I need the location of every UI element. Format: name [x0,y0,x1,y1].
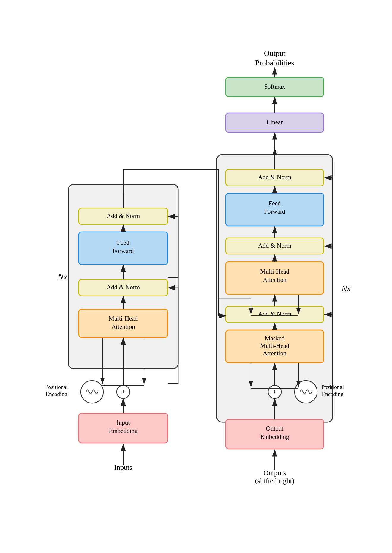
decoder-cross-mha-label2: Attention [263,276,287,283]
decoder-output-embedding-label2: Embedding [260,433,289,440]
encoder-mha-label2: Attention [111,323,135,330]
decoder-masked-mha-label: Masked [265,335,285,342]
decoder-addnorm1-label: Add & Norm [258,310,291,318]
decoder-cross-mha-label: Multi-Head [260,268,289,275]
svg-text:+: + [121,388,125,395]
linear-label: Linear [267,119,283,126]
encoder-nx-label: Nx [58,272,67,281]
decoder-addnorm2-label: Add & Norm [258,242,291,249]
decoder-masked-mha-label2: Multi-Head [260,342,289,349]
encoder-mha-label: Multi-Head [109,315,138,322]
decoder-nx-label: Nx [341,284,351,293]
encoder-ff-label2: Forward [113,247,134,254]
encoder-input-embedding-label2: Embedding [109,427,138,434]
svg-text:+: + [273,388,277,395]
encoder-ff-label: Feed [117,239,129,246]
decoder-outputs-label: Outputs [263,469,286,477]
decoder-ff-label: Feed [269,200,281,207]
output-probabilities-label: Output [264,49,286,58]
decoder-output-embedding-label: Output [266,425,284,432]
output-probabilities-label2: Probabilities [255,59,294,67]
decoder-pos-enc-label2: Encoding [322,391,344,397]
encoder-addnorm2-label: Add & Norm [107,212,140,219]
encoder-pos-enc-label: Positional [45,384,68,390]
diagram-container: Nx Multi-Head Attention Add & Norm Feed … [0,0,392,553]
decoder-masked-mha-label3: Attention [263,350,287,357]
encoder-pos-enc-label2: Encoding [46,391,67,397]
decoder-addnorm3-label: Add & Norm [258,174,291,181]
decoder-ff-label2: Forward [264,208,285,215]
softmax-label: Softmax [264,83,285,90]
decoder-outputs-label2: (shifted right) [255,477,295,485]
encoder-input-embedding-label: Input [117,419,130,426]
encoder-addnorm1-label: Add & Norm [107,284,140,291]
